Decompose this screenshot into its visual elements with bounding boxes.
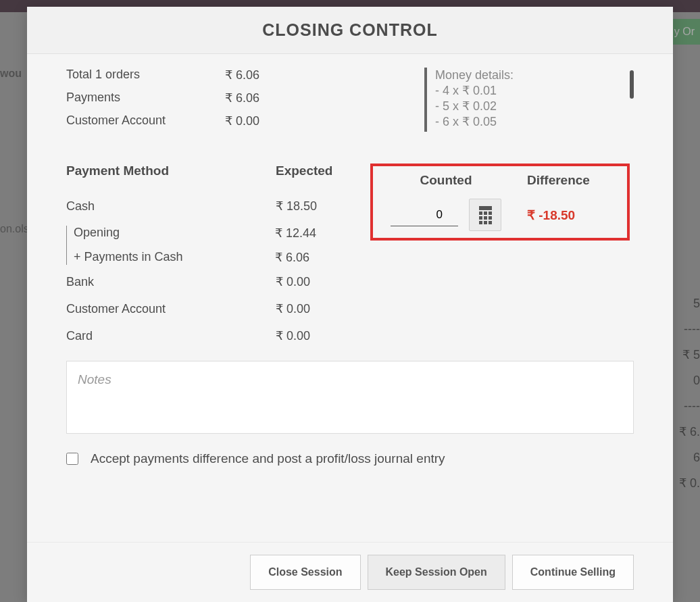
opening-value: ₹ 12.44 (275, 226, 316, 241)
header-expected: Expected (276, 164, 350, 178)
card-expected: ₹ 0.00 (276, 328, 350, 343)
bank-label: Bank (66, 275, 276, 289)
bank-expected: ₹ 0.00 (276, 274, 350, 289)
continue-selling-button[interactable]: Continue Selling (512, 555, 634, 590)
money-details-line: - 3 x ₹ 1.00 (435, 130, 634, 132)
closing-control-modal: CLOSING CONTROL Total 1 orders ₹ 6.06 Pa… (27, 7, 673, 602)
customer-account-value: ₹ 0.00 (225, 114, 259, 128)
total-orders-label: Total 1 orders (66, 68, 225, 82)
cash-counted-input[interactable] (391, 204, 458, 226)
money-details-title: Money details: (435, 68, 634, 83)
payments-value: ₹ 6.06 (225, 91, 259, 105)
payments-in-cash-label: + Payments in Cash (74, 250, 275, 265)
modal-header: CLOSING CONTROL (27, 7, 673, 54)
counted-difference-highlight: Counted Difference (370, 164, 630, 241)
scrollbar-thumb[interactable] (630, 70, 634, 99)
card-label: Card (66, 329, 276, 343)
cash-label: Cash (66, 199, 276, 214)
header-payment-method: Payment Method (66, 164, 276, 178)
cash-difference-value: ₹ -18.50 (527, 207, 615, 223)
money-details-line: - 4 x ₹ 0.01 (435, 83, 634, 99)
customer-account-label: Customer Account (66, 114, 225, 128)
money-details-line: - 5 x ₹ 0.02 (435, 99, 634, 114)
modal-footer: Close Session Keep Session Open Continue… (27, 542, 673, 602)
keep-session-open-button[interactable]: Keep Session Open (368, 555, 505, 590)
calculator-icon (479, 206, 492, 224)
calculator-button[interactable] (469, 199, 501, 231)
customer-account-method-label: Customer Account (66, 302, 276, 316)
money-details-line: - 6 x ₹ 0.05 (435, 114, 634, 130)
payments-in-cash-value: ₹ 6.06 (275, 250, 309, 265)
accept-difference-label: Accept payments difference and post a pr… (91, 451, 445, 466)
money-details-panel[interactable]: Money details: - 4 x ₹ 0.01 - 5 x ₹ 0.02… (424, 68, 634, 132)
modal-title: CLOSING CONTROL (41, 20, 659, 40)
total-orders-value: ₹ 6.06 (225, 68, 259, 82)
cash-expected: ₹ 18.50 (276, 199, 350, 214)
customer-account-expected: ₹ 0.00 (276, 301, 350, 316)
header-counted: Counted (385, 173, 507, 188)
accept-difference-checkbox[interactable] (66, 453, 78, 465)
modal-body: Total 1 orders ₹ 6.06 Payments ₹ 6.06 Cu… (27, 54, 673, 542)
notes-textarea[interactable] (66, 361, 634, 434)
header-difference: Difference (527, 173, 615, 188)
opening-label: Opening (74, 226, 275, 241)
close-session-button[interactable]: Close Session (250, 555, 360, 590)
payments-label: Payments (66, 91, 225, 105)
